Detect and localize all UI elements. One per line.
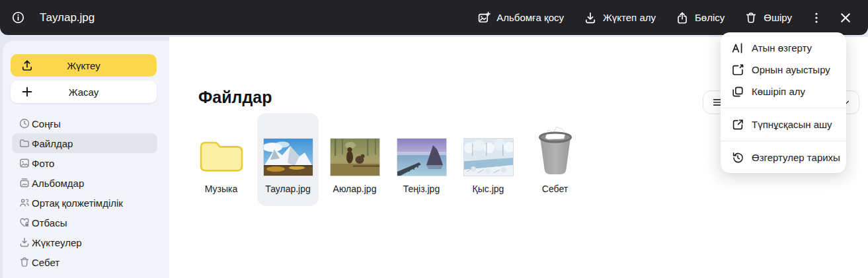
file-tile-trash[interactable]: Себет <box>524 113 586 206</box>
sidebar-item-label: Фото <box>32 158 54 169</box>
delete-label: Өшіру <box>764 12 792 23</box>
close-icon <box>839 11 852 24</box>
sidebar: Жүктеу Жасау Соңғы Файлдар Фото Альбомда… <box>3 41 169 278</box>
share-icon <box>676 11 689 24</box>
menu-item-label: Түпнұсқасын ашу <box>752 119 832 130</box>
file-label: Теңіз.jpg <box>403 184 440 194</box>
file-label: Аюлар.jpg <box>333 184 377 194</box>
file-label: Музыка <box>205 184 238 194</box>
file-label: Қыс.jpg <box>473 184 504 194</box>
menu-item-label: Атын өзгерту <box>752 42 812 53</box>
family-lock-icon <box>19 217 30 228</box>
sidebar-item-label: Файлдар <box>32 138 73 149</box>
context-menu: Атын өзгерту Орнын ауыстыру Көшіріп алу … <box>721 32 846 173</box>
menu-divider <box>721 108 846 108</box>
upload-button[interactable]: Жүктеу <box>11 54 157 77</box>
file-tile-folder[interactable]: Музыка <box>190 113 252 206</box>
sidebar-item-albums[interactable]: Альбомдар <box>3 173 169 193</box>
delete-button[interactable]: Өшіру <box>734 0 802 35</box>
info-button[interactable] <box>9 9 26 26</box>
section-title: Файлдар <box>198 88 272 107</box>
menu-item-copy[interactable]: Көшіріп алу <box>721 81 846 102</box>
info-icon <box>11 11 25 24</box>
sidebar-item-trash[interactable]: Себет <box>3 252 169 272</box>
folder-icon <box>19 137 30 149</box>
kebab-icon <box>810 11 823 24</box>
file-tile-mountains[interactable]: Таулар.jpg <box>257 113 319 206</box>
create-button[interactable]: Жасау <box>11 81 157 103</box>
preview-header: Таулар.jpg Альбомға қосу Жүктеп алу Бөлі… <box>0 0 868 35</box>
add-to-album-label: Альбомға қосу <box>496 12 564 23</box>
folder-icon <box>198 113 245 176</box>
sidebar-item-label: Соңғы <box>32 118 61 129</box>
share-button[interactable]: Бөлісу <box>666 0 734 35</box>
sidebar-item-label: Отбасы <box>32 217 67 228</box>
create-button-label: Жасау <box>15 87 153 98</box>
file-label: Себет <box>542 184 568 194</box>
bears-thumbnail <box>330 138 380 176</box>
sidebar-item-label: Себет <box>32 257 59 268</box>
history-icon <box>731 151 744 164</box>
sidebar-item-label: Жүктеулер <box>32 237 82 248</box>
trash-icon <box>19 256 30 268</box>
sidebar-item-downloads[interactable]: Жүктеулер <box>3 232 169 252</box>
photo-icon <box>19 157 30 169</box>
download-button[interactable]: Жүктеп алу <box>574 0 666 35</box>
copy-icon <box>731 85 744 98</box>
download-label: Жүктеп алу <box>603 12 656 23</box>
share-label: Бөлісу <box>695 12 725 23</box>
clock-icon <box>19 118 30 129</box>
files-grid: Музыка <box>190 113 586 206</box>
move-icon <box>731 63 744 77</box>
open-original-icon <box>731 118 744 131</box>
downloads-icon <box>19 236 30 248</box>
close-button[interactable] <box>831 0 860 35</box>
menu-item-move[interactable]: Орнын ауыстыру <box>721 59 846 81</box>
sidebar-item-family[interactable]: Отбасы <box>3 213 169 232</box>
more-actions-button[interactable] <box>802 0 831 35</box>
rename-icon <box>731 42 744 55</box>
sea-thumbnail <box>397 138 447 176</box>
page-title: Таулар.jpg <box>40 11 95 24</box>
trash-full-icon <box>535 113 576 176</box>
file-label: Таулар.jpg <box>265 184 311 194</box>
plus-icon <box>20 85 34 98</box>
albums-icon <box>19 177 30 189</box>
upload-button-label: Жүктеу <box>15 60 153 71</box>
menu-item-history[interactable]: Өзгертулер тарихы <box>721 147 846 168</box>
file-tile-bears[interactable]: Аюлар.jpg <box>324 113 385 206</box>
sidebar-item-photos[interactable]: Фото <box>3 153 169 173</box>
sidebar-item-label: Альбомдар <box>32 178 84 189</box>
people-icon <box>19 197 30 209</box>
menu-divider <box>721 141 846 141</box>
file-tile-winter[interactable]: Қыс.jpg <box>457 113 519 206</box>
mountains-thumbnail <box>263 138 313 176</box>
menu-item-open-original[interactable]: Түпнұсқасын ашу <box>721 114 846 135</box>
trash-icon <box>744 11 758 24</box>
menu-item-label: Орнын ауыстыру <box>752 64 830 75</box>
sidebar-item-recent[interactable]: Соңғы <box>3 114 169 133</box>
menu-item-label: Көшіріп алу <box>752 86 805 97</box>
menu-item-rename[interactable]: Атын өзгерту <box>721 37 846 59</box>
upload-icon <box>20 59 34 72</box>
sidebar-item-label: Ортақ қолжетімділік <box>32 197 123 209</box>
file-tile-sea[interactable]: Теңіз.jpg <box>391 113 452 206</box>
winter-thumbnail <box>463 138 514 176</box>
download-icon <box>584 11 597 24</box>
sidebar-item-files[interactable]: Файлдар <box>3 133 169 153</box>
add-to-album-button[interactable]: Альбомға қосу <box>467 0 574 35</box>
sidebar-item-shared-access[interactable]: Ортақ қолжетімділік <box>3 193 169 213</box>
album-add-icon <box>477 11 491 24</box>
sidebar-nav: Соңғы Файлдар Фото Альбомдар Ортақ қолже… <box>3 114 169 272</box>
menu-item-label: Өзгертулер тарихы <box>752 152 840 163</box>
